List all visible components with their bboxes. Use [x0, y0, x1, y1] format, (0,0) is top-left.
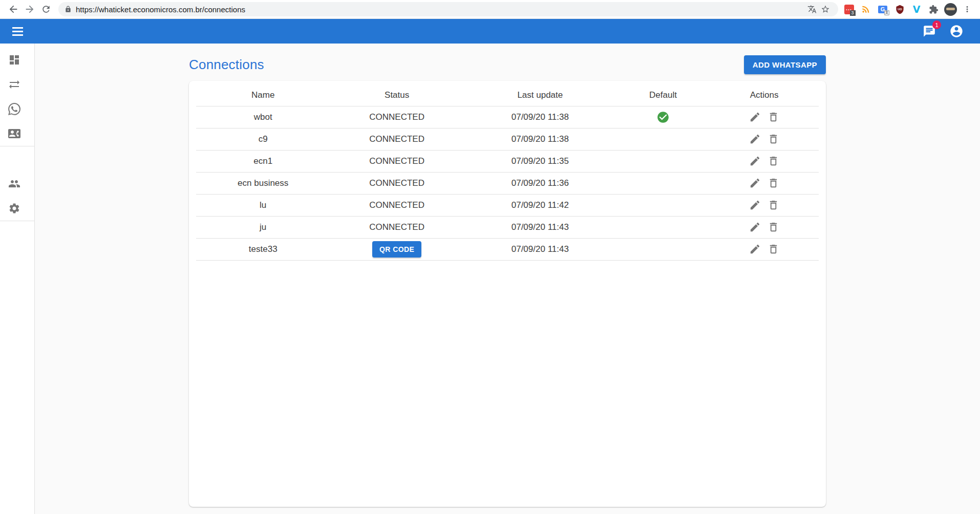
forward-arrow-icon: [24, 4, 35, 15]
edit-button[interactable]: [747, 197, 763, 213]
sidebar-item-connections[interactable]: [0, 97, 34, 121]
delete-button[interactable]: [765, 131, 781, 147]
edit-button[interactable]: [747, 219, 763, 235]
cell-name: teste33: [196, 238, 330, 260]
edit-button[interactable]: [747, 153, 763, 169]
edit-button[interactable]: [747, 131, 763, 147]
cell-name: ecn business: [196, 172, 330, 194]
cell-last-update: 07/09/20 11:42: [464, 194, 616, 216]
delete-button[interactable]: [765, 153, 781, 169]
delete-button[interactable]: [765, 197, 781, 213]
reload-button[interactable]: [38, 1, 54, 17]
column-header-actions: Actions: [710, 85, 819, 106]
column-header-name: Name: [196, 85, 330, 106]
column-header-default: Default: [616, 85, 710, 106]
status-text: CONNECTED: [369, 222, 424, 232]
delete-button[interactable]: [765, 219, 781, 235]
edit-button[interactable]: [747, 109, 763, 125]
account-menu-button[interactable]: [947, 22, 966, 40]
reload-icon: [41, 4, 51, 14]
lock-icon: [65, 6, 72, 13]
table-row: lu CONNECTED 07/09/20 11:42: [196, 194, 819, 216]
browser-profile-button[interactable]: [944, 3, 957, 16]
back-button[interactable]: [5, 1, 22, 17]
browser-menu-dots-icon: [963, 5, 972, 14]
cell-actions: [710, 194, 819, 216]
google-translate-extension-icon: G文: [878, 6, 887, 13]
forward-button[interactable]: [22, 1, 38, 17]
qr-code-button[interactable]: QR CODE: [372, 241, 421, 258]
cell-last-update: 07/09/20 11:38: [464, 128, 616, 150]
sidebar-item-dashboard[interactable]: [0, 48, 34, 72]
dashboard-icon: [8, 54, 20, 66]
table-row: c9 CONNECTED 07/09/20 11:38: [196, 128, 819, 150]
v-extension-icon: V: [913, 4, 921, 15]
cell-status: QR CODE: [330, 238, 463, 260]
cell-actions: [710, 172, 819, 194]
cell-status: CONNECTED: [330, 106, 463, 128]
delete-trash-icon: [768, 133, 779, 145]
table-row: wbot CONNECTED 07/09/20 11:38: [196, 106, 819, 128]
cell-name: wbot: [196, 106, 330, 128]
table-row: ju CONNECTED 07/09/20 11:43: [196, 216, 819, 238]
delete-trash-icon: [768, 221, 779, 233]
cell-actions: [710, 106, 819, 128]
cell-default: [616, 238, 710, 260]
add-whatsapp-button[interactable]: ADD WHATSAPP: [744, 55, 826, 74]
delete-button[interactable]: [765, 109, 781, 125]
sidebar-item-users[interactable]: [0, 172, 34, 196]
cell-last-update: 07/09/20 11:43: [464, 216, 616, 238]
notifications-button[interactable]: 1: [921, 23, 938, 40]
google-translate-extension-button[interactable]: G文: [876, 3, 889, 16]
edit-pencil-icon: [749, 177, 761, 189]
browser-menu-button[interactable]: [961, 3, 974, 16]
delete-trash-icon: [768, 155, 779, 167]
menu-hamburger-icon: [12, 27, 23, 29]
cell-last-update: 07/09/20 11:36: [464, 172, 616, 194]
red-dots-extension-button[interactable]: ... 3: [842, 3, 856, 16]
menu-button[interactable]: [6, 20, 29, 42]
main-content: Connections ADD WHATSAPP Name Status Las…: [35, 44, 980, 514]
rss-extension-button[interactable]: [859, 3, 872, 16]
bookmark-button[interactable]: [819, 3, 832, 16]
extension-badge: 3: [850, 10, 856, 16]
edit-pencil-icon: [749, 133, 761, 145]
delete-trash-icon: [768, 111, 779, 123]
delete-button[interactable]: [765, 241, 781, 257]
cell-actions: [710, 238, 819, 260]
extensions-menu-button[interactable]: [927, 3, 940, 16]
edit-pencil-icon: [749, 243, 761, 255]
edit-button[interactable]: [747, 241, 763, 257]
cell-default: [616, 172, 710, 194]
sidebar-item-contacts[interactable]: [0, 121, 34, 146]
rss-feed-extension-icon: [861, 4, 871, 14]
delete-trash-icon: [768, 199, 779, 211]
puzzle-extensions-icon: [929, 5, 939, 14]
cell-name: c9: [196, 128, 330, 150]
page-translate-button[interactable]: [805, 3, 819, 16]
cell-default: [616, 194, 710, 216]
sidebar-item-settings[interactable]: [0, 196, 34, 221]
edit-button[interactable]: [747, 175, 763, 191]
red-dots-extension-icon: ... 3: [844, 5, 854, 14]
connections-table: Name Status Last update Default Actions …: [196, 85, 819, 261]
whatsapp-icon: [8, 103, 20, 115]
delete-trash-icon: [768, 177, 779, 189]
cell-status: CONNECTED: [330, 128, 463, 150]
ublock-origin-extension-icon: UO: [895, 5, 905, 14]
sidebar-section-gap: [0, 146, 34, 172]
ublock-extension-button[interactable]: UO: [893, 3, 906, 16]
url-bar[interactable]: https://whaticket.economicros.com.br/con…: [58, 2, 838, 16]
connections-table-body: wbot CONNECTED 07/09/20 11:38 c9 CONNECT…: [196, 106, 819, 260]
sidebar-item-tickets[interactable]: [0, 72, 34, 97]
delete-button[interactable]: [765, 175, 781, 191]
cell-name: ju: [196, 216, 330, 238]
cell-actions: [710, 128, 819, 150]
svg-text:UO: UO: [898, 7, 902, 10]
cell-default: [616, 216, 710, 238]
status-text: CONNECTED: [369, 200, 424, 210]
v-extension-button[interactable]: V: [910, 3, 923, 16]
browser-toolbar: https://whaticket.economicros.com.br/con…: [0, 0, 980, 19]
delete-trash-icon: [768, 243, 779, 255]
browser-profile-avatar: [944, 3, 957, 16]
